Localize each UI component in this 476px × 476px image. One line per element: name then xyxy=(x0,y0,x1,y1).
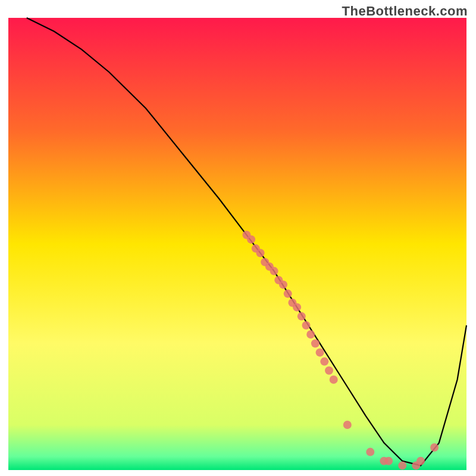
plot-background xyxy=(8,18,466,470)
chart-container: TheBottleneck.com xyxy=(0,0,476,476)
data-point xyxy=(293,303,301,311)
data-point xyxy=(320,358,328,366)
data-point xyxy=(398,461,406,469)
data-point xyxy=(298,312,306,321)
data-point xyxy=(247,235,255,243)
data-point xyxy=(256,249,265,257)
data-point xyxy=(306,330,315,339)
data-point xyxy=(384,457,393,465)
data-point xyxy=(416,457,425,465)
data-point xyxy=(366,448,374,456)
data-point xyxy=(302,321,311,330)
data-point xyxy=(343,421,352,429)
data-point xyxy=(311,339,320,347)
data-point xyxy=(330,375,338,384)
data-point xyxy=(316,348,324,356)
chart-svg xyxy=(0,0,476,476)
data-point xyxy=(279,280,287,289)
watermark-label: TheBottleneck.com xyxy=(342,4,468,19)
data-point xyxy=(430,443,439,452)
data-point xyxy=(284,290,292,298)
data-point xyxy=(325,367,333,375)
data-point xyxy=(270,267,278,275)
